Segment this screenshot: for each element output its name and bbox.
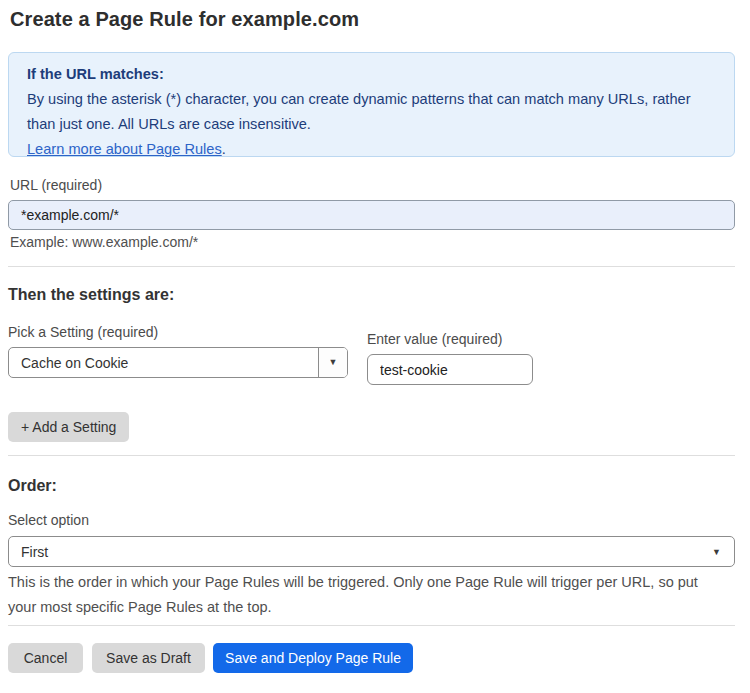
order-helper-text: This is the order in which your Page Rul…: [8, 570, 730, 620]
dropdown-arrow-icon: ▼: [329, 358, 338, 367]
order-select[interactable]: First ▼: [8, 536, 735, 567]
setting-select-value: Cache on Cookie: [9, 355, 318, 371]
setting-value-input[interactable]: [367, 354, 533, 385]
info-box-heading: If the URL matches:: [27, 62, 716, 87]
info-box-link-line: Learn more about Page Rules.: [27, 137, 716, 162]
divider-settings-order: [8, 455, 735, 456]
url-match-info-box: If the URL matches: By using the asteris…: [8, 52, 735, 157]
setting-label: Pick a Setting (required): [8, 324, 158, 340]
url-input[interactable]: [8, 200, 735, 230]
order-select-value: First: [9, 544, 734, 560]
save-as-draft-button[interactable]: Save as Draft: [92, 643, 205, 673]
add-setting-button[interactable]: + Add a Setting: [8, 412, 129, 442]
url-label: URL (required): [10, 177, 102, 193]
save-and-deploy-button[interactable]: Save and Deploy Page Rule: [213, 643, 413, 673]
setting-select[interactable]: Cache on Cookie ▼: [8, 347, 348, 378]
link-period: .: [222, 141, 226, 157]
enter-value-label: Enter value (required): [367, 331, 502, 347]
url-example-helper: Example: www.example.com/*: [10, 230, 198, 255]
page-title: Create a Page Rule for example.com: [10, 8, 359, 31]
setting-select-arrow-button[interactable]: ▼: [318, 348, 347, 377]
divider-url-settings: [8, 266, 735, 267]
cancel-button[interactable]: Cancel: [8, 643, 83, 673]
settings-heading: Then the settings are:: [8, 286, 174, 304]
learn-more-link[interactable]: Learn more about Page Rules: [27, 141, 222, 157]
info-box-body: By using the asterisk (*) character, you…: [27, 87, 716, 137]
order-select-label: Select option: [8, 512, 89, 528]
order-heading: Order:: [8, 477, 57, 495]
divider-order-actions: [8, 625, 735, 626]
dropdown-arrow-icon: ▼: [712, 547, 721, 556]
